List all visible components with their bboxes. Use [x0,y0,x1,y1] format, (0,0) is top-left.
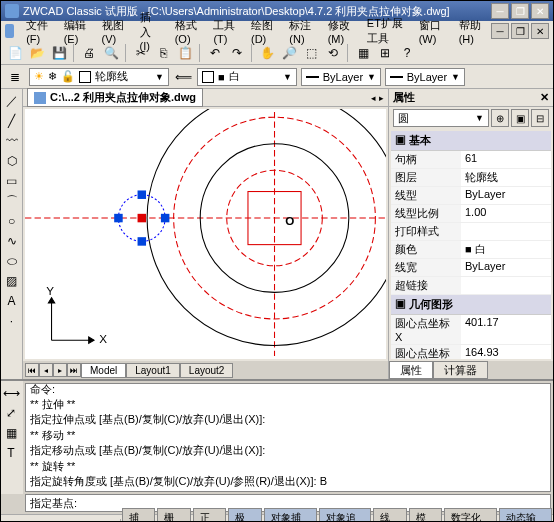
redo-icon[interactable]: ↷ [227,43,247,63]
hatch-icon[interactable]: ▨ [2,271,22,291]
toggle-pickadd-icon[interactable]: ⊟ [531,109,549,127]
select-objects-icon[interactable]: ▣ [511,109,529,127]
undo-icon[interactable]: ↶ [205,43,225,63]
prop-row[interactable]: 句柄61 [391,151,551,169]
prop-row[interactable]: 线型ByLayer [391,187,551,205]
new-icon[interactable]: 📄 [5,43,25,63]
layer-manager-icon[interactable]: ≣ [5,67,25,87]
doc-close-button[interactable]: ✕ [531,23,549,39]
lineweight-selector[interactable]: ByLayer ▼ [385,68,465,86]
minimize-button[interactable]: ─ [491,3,509,19]
layer-selector[interactable]: ☀❄🔓 轮廓线 ▼ [29,68,169,86]
status-toggle[interactable]: 栅格 [157,508,190,523]
prop-value[interactable]: 1.00 [461,205,551,222]
prop-row[interactable]: 线宽ByLayer [391,259,551,277]
tab-last-icon[interactable]: ⏭ [67,363,81,377]
tab-model[interactable]: Model [81,363,126,378]
quick-select-icon[interactable]: ⊕ [491,109,509,127]
open-icon[interactable]: 📂 [27,43,47,63]
color-selector[interactable]: ■白 ▼ [197,68,297,86]
tab-calculator[interactable]: 计算器 [433,361,488,379]
coordinates[interactable]: 465.17, 164.93, 0 [1,519,121,523]
menu-help[interactable]: 帮助(H) [453,16,489,47]
text-icon[interactable]: A [2,291,22,311]
tab-layout2[interactable]: Layout2 [180,363,234,378]
doc-minimize-button[interactable]: ─ [491,23,509,39]
dim-aligned-icon[interactable]: ⤢ [1,403,21,423]
arc-icon[interactable]: ⌒ [2,191,22,211]
help-icon[interactable]: ? [397,43,417,63]
preview-icon[interactable]: 🔍 [101,43,121,63]
zoom-prev-icon[interactable]: ⟲ [323,43,343,63]
design-center-icon[interactable]: ⊞ [375,43,395,63]
polygon-icon[interactable]: ⬡ [2,151,22,171]
tab-layout1[interactable]: Layout1 [126,363,180,378]
status-toggle[interactable]: 数字化仪 [444,508,497,523]
line-icon[interactable]: ／ [2,91,22,111]
mtext-icon[interactable]: T [1,443,21,463]
lineweight-name: ByLayer [407,71,447,83]
zoom-icon[interactable]: 🔎 [279,43,299,63]
tab-next-icon[interactable]: ▸ [53,363,67,377]
rect-icon[interactable]: ▭ [2,171,22,191]
tab-properties[interactable]: 属性 [389,361,433,379]
document-tab[interactable]: C:\...2 利用夹点拉伸对象.dwg [27,88,203,107]
status-toggle[interactable]: 模型 [409,508,442,523]
prop-value[interactable]: 401.17 [461,315,551,344]
prop-row[interactable]: 线型比例1.00 [391,205,551,223]
tab-first-icon[interactable]: ⏮ [25,363,39,377]
paste-icon[interactable]: 📋 [175,43,195,63]
prop-value[interactable]: ■ 白 [461,241,551,258]
status-toggle[interactable]: 正交 [193,508,226,523]
menu-window[interactable]: 窗口(W) [413,16,451,47]
prop-row[interactable]: 超链接 [391,277,551,295]
prop-row[interactable]: 圆心点坐标 X401.17 [391,315,551,345]
status-toggle[interactable]: 线宽 [373,508,406,523]
log-line: 指定移动点或 [基点(B)/复制(C)/放弃(U)/退出(X)]: [30,443,546,458]
prop-row[interactable]: 颜色■ 白 [391,241,551,259]
doc-maximize-button[interactable]: ❐ [511,23,529,39]
save-icon[interactable]: 💾 [49,43,69,63]
pline-icon[interactable]: 〰 [2,131,22,151]
prop-group-header[interactable]: ▣ 几何图形 [391,295,551,315]
drawing-canvas[interactable]: O X Y [25,109,386,359]
prop-value[interactable]: 61 [461,151,551,168]
xline-icon[interactable]: ╱ [2,111,22,131]
prop-value[interactable]: ByLayer [461,187,551,204]
prop-row[interactable]: 圆心点坐标 Y164.93 [391,345,551,359]
prop-row[interactable]: 图层轮廓线 [391,169,551,187]
props-icon[interactable]: ▦ [353,43,373,63]
prop-value[interactable]: ByLayer [461,259,551,276]
selection-combo[interactable]: 圆 ▼ [393,109,489,127]
prop-value[interactable] [461,277,551,294]
status-toggle[interactable]: 动态输入 [499,508,552,523]
circle-icon[interactable]: ○ [2,211,22,231]
cut-icon[interactable]: ✂ [131,43,151,63]
linetype-selector[interactable]: ByLayer ▼ [301,68,381,86]
point-icon[interactable]: · [2,311,22,331]
tab-nav[interactable]: ◂ ▸ [371,93,384,103]
status-toggle[interactable]: 对象追踪 [319,508,372,523]
prop-value[interactable] [461,223,551,240]
dim-linear-icon[interactable]: ⟷ [1,383,21,403]
tab-prev-icon[interactable]: ◂ [39,363,53,377]
status-toggle[interactable]: 对象捕捉 [264,508,317,523]
prop-row[interactable]: 打印样式 [391,223,551,241]
maximize-button[interactable]: ❐ [511,3,529,19]
command-log[interactable]: 命令:另一角点:命令:另一角点:命令:** 拉伸 **指定拉伸点或 [基点(B)… [25,383,551,492]
panel-close-icon[interactable]: ✕ [540,91,549,104]
spline-icon[interactable]: ∿ [2,231,22,251]
close-button[interactable]: ✕ [531,3,549,19]
layer-prev-icon[interactable]: ⟸ [173,67,193,87]
prop-value[interactable]: 164.93 [461,345,551,359]
prop-value[interactable]: 轮廓线 [461,169,551,186]
pan-icon[interactable]: ✋ [257,43,277,63]
status-toggle[interactable]: 极轴 [228,508,261,523]
print-icon[interactable]: 🖨 [79,43,99,63]
prop-group-header[interactable]: ▣ 基本 [391,131,551,151]
zoom-window-icon[interactable]: ⬚ [301,43,321,63]
copy-icon[interactable]: ⎘ [153,43,173,63]
table-icon[interactable]: ▦ [1,423,21,443]
status-toggle[interactable]: 捕捉 [122,508,155,523]
ellipse-icon[interactable]: ⬭ [2,251,22,271]
